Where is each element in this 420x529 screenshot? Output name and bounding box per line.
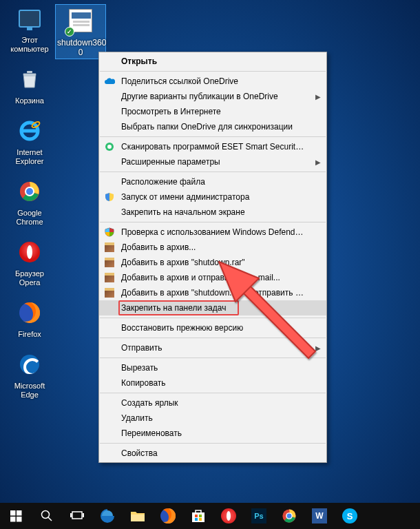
taskbar-explorer[interactable]: [123, 503, 153, 529]
icon-label: БраузерOpera: [4, 269, 55, 287]
desktop-icon-shutdown3600[interactable]: ✓ shutdown3600: [55, 4, 106, 59]
menu-item-label: Переименовать: [121, 428, 307, 438]
menu-item[interactable]: Проверка с использованием Windows Defend…: [99, 225, 326, 240]
menu-item[interactable]: Закрепить на панели задач: [99, 300, 326, 315]
taskbar-search[interactable]: [32, 503, 62, 529]
menu-item[interactable]: Открыть: [99, 54, 326, 69]
svg-point-5: [26, 188, 33, 195]
defender-icon: [103, 227, 116, 238]
menu-item-label: Закрепить на начальном экране: [121, 207, 307, 217]
menu-item[interactable]: Восстановить прежнюю версию: [99, 320, 326, 335]
desktop-icon-recycle-bin[interactable]: Корзина: [4, 65, 55, 105]
svg-rect-22: [199, 518, 202, 521]
svg-rect-15: [70, 513, 72, 517]
menu-item[interactable]: Отправить▶: [99, 340, 326, 355]
desktop: Этоткомпьютер Корзина InternetExplorer G…: [0, 0, 420, 503]
svg-point-12: [42, 511, 50, 519]
menu-item-label: Добавить в архив "shutdown.rar": [121, 258, 307, 267]
menu-item[interactable]: Свойства: [99, 446, 326, 461]
recycle-bin-icon: [15, 65, 44, 94]
svg-rect-11: [17, 517, 22, 522]
taskbar-taskview[interactable]: [62, 503, 92, 529]
menu-item[interactable]: Добавить в архив "shutdown.rar": [99, 255, 326, 270]
edge-icon: [15, 350, 44, 379]
shield-icon: [103, 191, 116, 203]
this-pc-icon: [19, 10, 41, 28]
menu-item[interactable]: Добавить в архив...: [99, 240, 326, 255]
svg-rect-0: [27, 71, 32, 73]
menu-item[interactable]: Расширенные параметры▶: [99, 154, 326, 169]
separator: [100, 136, 326, 137]
svg-rect-8: [10, 510, 16, 516]
sync-check-icon: ✓: [65, 27, 74, 37]
menu-item-label: Отправить: [121, 343, 307, 353]
icon-label: Корзина: [4, 96, 55, 105]
taskview-icon: [70, 510, 84, 521]
taskbar-opera[interactable]: [213, 503, 244, 529]
menu-item-label: Удалить: [121, 413, 307, 423]
menu-item[interactable]: Добавить в архив и отправить по e-mail..…: [99, 270, 326, 285]
menu-item[interactable]: Расположение файла: [99, 174, 326, 189]
menu-item-label: Добавить в архив "shutdown.rar" и отправ…: [121, 288, 307, 298]
menu-item-label: Сканировать программой ESET Smart Securi…: [121, 142, 307, 152]
menu-item[interactable]: Копировать: [99, 375, 326, 391]
separator: [100, 393, 326, 393]
taskbar-firefox[interactable]: [153, 503, 183, 529]
folder-icon: [130, 510, 145, 522]
menu-item-label: Вырезать: [121, 363, 307, 373]
desktop-icon-opera[interactable]: БраузерOpera: [4, 238, 55, 287]
desktop-icon-ie[interactable]: InternetExplorer: [4, 116, 55, 166]
menu-item-label: Добавить в архив и отправить по e-mail..…: [121, 273, 307, 282]
desktop-icon-chrome[interactable]: GoogleChrome: [4, 177, 55, 227]
menu-item[interactable]: Сканировать программой ESET Smart Securi…: [99, 139, 326, 154]
chevron-right-icon: ▶: [315, 93, 321, 101]
menu-item[interactable]: Вырезать: [99, 360, 326, 375]
menu-item-label: Закрепить на панели задач: [121, 303, 307, 313]
taskbar-edge[interactable]: [92, 503, 123, 529]
menu-item-label: Добавить в архив...: [121, 242, 307, 252]
store-icon: [191, 508, 206, 523]
menu-item-label: Расположение файла: [121, 177, 307, 187]
menu-item[interactable]: Поделиться ссылкой OneDrive: [99, 74, 326, 89]
menu-item[interactable]: Добавить в архив "shutdown.rar" и отправ…: [99, 285, 326, 300]
svg-rect-17: [131, 515, 145, 521]
taskbar-photoshop[interactable]: Ps: [244, 503, 274, 529]
chevron-right-icon: ▶: [315, 158, 321, 166]
taskbar: Ps W S: [0, 503, 420, 529]
eset-icon: [103, 141, 116, 152]
separator: [100, 318, 326, 318]
onedrive-icon: [103, 76, 116, 87]
start-button[interactable]: [0, 503, 32, 529]
desktop-icon-this-pc[interactable]: Этоткомпьютер: [4, 4, 55, 54]
svg-rect-19: [195, 515, 198, 517]
svg-rect-21: [195, 518, 198, 521]
separator: [100, 338, 326, 338]
menu-item[interactable]: Создать ярлык: [99, 395, 326, 411]
menu-item-label: Свойства: [121, 448, 307, 458]
menu-item-label: Проверка с использованием Windows Defend…: [121, 227, 307, 237]
menu-item[interactable]: Другие варианты публикации в OneDrive▶: [99, 89, 326, 104]
svg-line-13: [48, 517, 52, 521]
menu-item[interactable]: Просмотреть в Интернете: [99, 104, 326, 119]
menu-item[interactable]: Удалить: [99, 411, 326, 426]
menu-item[interactable]: Запуск от имени администратора: [99, 189, 326, 205]
svg-rect-18: [192, 512, 204, 522]
context-menu: ОткрытьПоделиться ссылкой OneDriveДругие…: [98, 52, 327, 463]
taskbar-store[interactable]: [183, 503, 213, 529]
skype-icon: S: [342, 508, 357, 523]
menu-item-label: Просмотреть в Интернете: [121, 107, 307, 116]
menu-item[interactable]: Выбрать папки OneDrive для синхронизации: [99, 119, 326, 134]
desktop-icons: Этоткомпьютер Корзина InternetExplorer G…: [4, 4, 55, 411]
firefox-icon: [160, 508, 176, 523]
menu-item[interactable]: Переименовать: [99, 426, 326, 441]
svg-point-25: [287, 514, 292, 519]
taskbar-chrome[interactable]: [274, 503, 304, 529]
separator: [100, 71, 326, 72]
taskbar-skype[interactable]: S: [335, 503, 365, 529]
search-icon: [41, 510, 53, 522]
menu-item[interactable]: Закрепить на начальном экране: [99, 205, 326, 220]
desktop-icon-firefox[interactable]: Firefox: [4, 298, 55, 339]
desktop-icon-edge[interactable]: MicrosoftEdge: [4, 350, 55, 400]
taskbar-word[interactable]: W: [304, 503, 335, 529]
separator: [100, 222, 326, 222]
